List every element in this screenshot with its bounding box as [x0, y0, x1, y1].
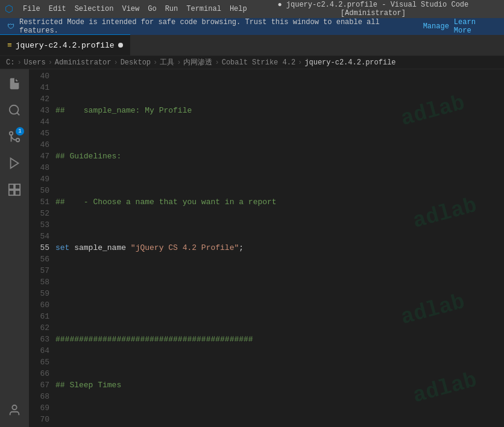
shield-icon: 🛡 — [7, 22, 14, 31]
manage-link[interactable]: Manage — [423, 22, 449, 31]
editor-tab[interactable]: ≡ jquery-c2.4.2.profile — [0, 34, 130, 55]
breadcrumb-admin: Administrator — [55, 58, 112, 67]
tabbar: ≡ jquery-c2.4.2.profile — [0, 35, 504, 56]
ln-61: 61 — [29, 311, 49, 322]
tab-modified-dot — [118, 43, 123, 48]
ln-49: 49 — [29, 173, 49, 185]
svg-rect-7 — [9, 190, 14, 195]
activity-extensions-icon[interactable] — [2, 178, 27, 202]
tab-filename: jquery-c2.4.2.profile — [16, 41, 115, 50]
menu-file[interactable]: File — [23, 5, 40, 13]
breadcrumb-users: Users — [24, 58, 46, 67]
svg-rect-5 — [9, 184, 14, 189]
activity-bar: 1 — [0, 69, 29, 427]
code-line-44 — [53, 288, 496, 299]
titlebar-title: ● jquery-c2.4.2.profile - Visual Studio … — [247, 1, 499, 17]
editor-area[interactable]: 40 41 42 43 44 45 46 47 48 49 50 51 52 5… — [29, 69, 504, 427]
restricted-banner: 🛡 Restricted Mode is intended for safe c… — [0, 18, 504, 35]
svg-rect-8 — [15, 190, 20, 195]
titlebar-menus: File Edit Selection View Go Run Terminal… — [23, 5, 247, 13]
ln-47: 47 — [29, 151, 49, 162]
breadcrumb-pentest: 内网渗透 — [183, 57, 212, 67]
ln-68: 68 — [29, 391, 49, 402]
main-content: 1 40 41 42 43 4 — [0, 69, 504, 427]
titlebar: ⬡ File Edit Selection View Go Run Termin… — [0, 0, 504, 18]
ln-56: 56 — [29, 254, 49, 265]
menu-edit[interactable]: Edit — [49, 5, 66, 13]
ln-57: 57 — [29, 265, 49, 276]
ln-46: 46 — [29, 139, 49, 151]
ln-50: 50 — [29, 185, 49, 196]
ln-40: 40 — [29, 70, 49, 82]
menu-run[interactable]: Run — [165, 5, 178, 13]
ln-60: 60 — [29, 299, 49, 311]
breadcrumb-desktop: Desktop — [121, 58, 151, 67]
vertical-scrollbar[interactable] — [496, 69, 504, 427]
breadcrumb-file: jquery-c2.4.2.profile — [304, 58, 395, 67]
svg-point-0 — [10, 105, 19, 114]
watermark-3: adlab — [400, 296, 465, 323]
code-line-46: ## Sleep Times — [53, 379, 496, 391]
breadcrumb: C: › Users › Administrator › Desktop › 工… — [0, 56, 504, 69]
banner-text: Restricted Mode is intended for safe cod… — [19, 18, 418, 35]
menu-terminal[interactable]: Terminal — [186, 5, 221, 13]
menu-selection[interactable]: Selection — [75, 5, 114, 13]
ln-42: 42 — [29, 93, 49, 105]
ln-55: 55 — [29, 242, 49, 254]
ln-52: 52 — [29, 208, 49, 219]
activity-debug-icon[interactable] — [2, 151, 27, 175]
line-numbers: 40 41 42 43 44 45 46 47 48 49 50 51 52 5… — [29, 69, 53, 427]
svg-point-3 — [10, 132, 13, 136]
ln-62: 62 — [29, 322, 49, 334]
ln-41: 41 — [29, 82, 49, 93]
ln-53: 53 — [29, 219, 49, 231]
svg-point-9 — [12, 405, 16, 410]
code-editor[interactable]: ## sample_name: My Profile ## Guidelines… — [53, 69, 496, 427]
source-control-badge: 1 — [16, 127, 24, 136]
ln-44: 44 — [29, 116, 49, 128]
learn-more-link[interactable]: Learn More — [454, 18, 497, 35]
svg-point-2 — [16, 139, 20, 142]
tab-icon: ≡ — [7, 41, 12, 50]
activity-source-control-icon[interactable]: 1 — [2, 125, 27, 149]
ln-66: 66 — [29, 368, 49, 379]
ln-43: 43 — [29, 105, 49, 116]
breadcrumb-c: C: — [6, 58, 14, 67]
breadcrumb-tools: 工具 — [160, 57, 174, 67]
menu-help[interactable]: Help — [230, 5, 247, 13]
svg-line-1 — [17, 113, 19, 115]
ln-58: 58 — [29, 276, 49, 288]
breadcrumb-cs: Cobalt Strike 4.2 — [222, 58, 295, 67]
ln-67: 67 — [29, 379, 49, 391]
menu-view[interactable]: View — [122, 5, 139, 13]
ln-54: 54 — [29, 231, 49, 242]
titlebar-left: ⬡ File Edit Selection View Go Run Termin… — [5, 3, 247, 15]
ln-64: 64 — [29, 345, 49, 357]
activity-files-icon[interactable] — [2, 72, 27, 96]
ln-51: 51 — [29, 196, 49, 208]
ln-45: 45 — [29, 128, 49, 139]
ln-65: 65 — [29, 357, 49, 368]
svg-marker-4 — [11, 158, 19, 169]
ln-59: 59 — [29, 288, 49, 299]
code-line-40: ## sample_name: My Profile — [53, 105, 496, 116]
ln-48: 48 — [29, 162, 49, 173]
ln-63: 63 — [29, 334, 49, 345]
ln-70: 70 — [29, 414, 49, 425]
ln-69: 69 — [29, 402, 49, 414]
code-line-43: set sample_name "jQuery CS 4.2 Profile"; — [53, 242, 496, 254]
code-line-45: ########################################… — [53, 334, 496, 345]
svg-rect-6 — [15, 184, 20, 189]
activity-search-icon[interactable] — [2, 98, 27, 122]
code-line-41: ## Guidelines: — [53, 151, 496, 162]
menu-go[interactable]: Go — [148, 5, 156, 13]
activity-account-icon[interactable] — [2, 398, 27, 422]
code-line-42: ## - Choose a name that you want in a re… — [53, 196, 496, 208]
vscode-icon: ⬡ — [5, 3, 13, 15]
